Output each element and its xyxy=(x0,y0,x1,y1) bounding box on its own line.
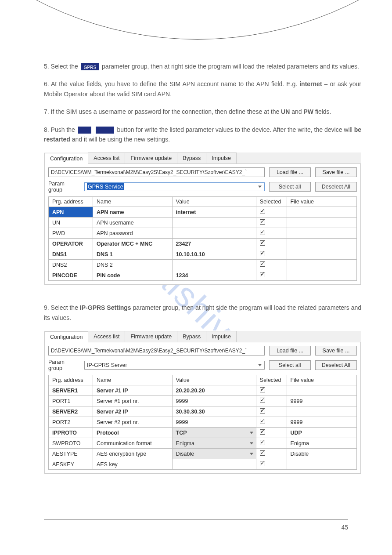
cell-value[interactable]: 9999 xyxy=(172,396,256,406)
param-group-select[interactable]: IP-GPRS Server xyxy=(84,361,265,370)
checkbox[interactable] xyxy=(260,408,265,414)
cell-address[interactable]: DNS1 xyxy=(49,249,93,260)
cell-value[interactable] xyxy=(172,228,256,239)
cell-address[interactable]: OPERATOR xyxy=(49,239,93,249)
tab-configuration[interactable]: Configuration xyxy=(44,153,88,164)
checkbox[interactable] xyxy=(260,251,265,256)
select-all-button[interactable]: Select all xyxy=(269,360,311,370)
table-row[interactable]: AESKEYAES key xyxy=(49,459,357,470)
tab-access-list[interactable]: Access list xyxy=(88,331,125,342)
cell-selected[interactable] xyxy=(256,239,287,249)
checkbox[interactable] xyxy=(260,230,265,235)
tab-bypass[interactable]: Bypass xyxy=(177,152,206,163)
cell-selected[interactable] xyxy=(256,449,287,459)
checkbox[interactable] xyxy=(260,429,265,435)
tab-impulse[interactable]: Impulse xyxy=(206,152,237,163)
cell-address[interactable]: IPPROTO xyxy=(49,428,93,438)
col-prg-address[interactable]: Prg. address xyxy=(49,375,93,385)
col-selected[interactable]: Selected xyxy=(256,375,287,385)
cell-address[interactable]: PWD xyxy=(49,228,93,239)
table-row[interactable]: OPERATOROperator MCC + MNC23427 xyxy=(49,239,357,249)
checkbox[interactable] xyxy=(260,272,265,277)
cell-value[interactable]: 23427 xyxy=(172,239,256,249)
tab-access-list[interactable]: Access list xyxy=(88,152,125,163)
checkbox[interactable] xyxy=(260,261,265,267)
table-row[interactable]: SERVER1Server #1 IP20.20.20.20 xyxy=(49,385,357,396)
table-row[interactable]: SERVER2Server #2 IP30.30.30.30 xyxy=(49,406,357,417)
table-row[interactable]: AESTYPEAES encryption typeDisableDisable xyxy=(49,449,357,459)
table-row[interactable]: APNAPN nameinternet xyxy=(49,207,357,218)
col-name[interactable]: Name xyxy=(93,375,172,385)
load-file-button[interactable]: Load file ... xyxy=(269,167,311,177)
tab-impulse[interactable]: Impulse xyxy=(206,331,237,342)
cell-selected[interactable] xyxy=(256,249,287,260)
cell-value[interactable]: 30.30.30.30 xyxy=(172,406,256,417)
deselect-all-button[interactable]: Deselect All xyxy=(315,182,357,192)
cell-selected[interactable] xyxy=(256,459,287,470)
cell-value[interactable]: Disable xyxy=(172,449,256,459)
cell-address[interactable]: UN xyxy=(49,218,93,228)
col-file-value[interactable]: File value xyxy=(287,197,356,207)
checkbox[interactable] xyxy=(260,398,265,403)
cell-value[interactable]: 20.20.20.20 xyxy=(172,385,256,396)
checkbox[interactable] xyxy=(260,209,265,214)
col-selected[interactable]: Selected xyxy=(256,197,287,207)
tab-bypass[interactable]: Bypass xyxy=(177,331,206,342)
col-value[interactable]: Value xyxy=(172,197,256,207)
table-row[interactable]: PINCODEPIN code1234 xyxy=(49,270,357,281)
cell-address[interactable]: PINCODE xyxy=(49,270,93,281)
param-group-select[interactable]: GPRS Service xyxy=(84,182,265,191)
table-row[interactable]: UNAPN username xyxy=(49,218,357,228)
cell-address[interactable]: SERVER1 xyxy=(49,385,93,396)
cell-selected[interactable] xyxy=(256,218,287,228)
table-row[interactable]: SWPROTOCommunication formatEnigmaEnigma xyxy=(49,438,357,449)
cell-value[interactable]: 9999 xyxy=(172,417,256,428)
table-row[interactable]: DNS2DNS 2 xyxy=(49,260,357,270)
tab-firmware-update[interactable]: Firmware update xyxy=(125,152,177,163)
table-row[interactable]: PWDAPN password xyxy=(49,228,357,239)
cell-selected[interactable] xyxy=(256,406,287,417)
cell-selected[interactable] xyxy=(256,385,287,396)
cell-selected[interactable] xyxy=(256,417,287,428)
cell-value[interactable] xyxy=(172,459,256,470)
col-prg-address[interactable]: Prg. address xyxy=(49,197,93,207)
cell-selected[interactable] xyxy=(256,228,287,239)
tab-firmware-update[interactable]: Firmware update xyxy=(125,331,177,342)
file-path-input[interactable]: D:\DEVICES\WM_Termekvonal\M2M\Easy2S\Eas… xyxy=(48,346,265,355)
save-file-button[interactable]: Save file ... xyxy=(315,167,357,177)
checkbox[interactable] xyxy=(260,419,265,424)
cell-selected[interactable] xyxy=(256,260,287,270)
checkbox[interactable] xyxy=(260,450,265,456)
cell-address[interactable]: PORT2 xyxy=(49,417,93,428)
cell-value[interactable]: 10.10.10.10 xyxy=(172,249,256,260)
deselect-all-button[interactable]: Deselect All xyxy=(315,360,357,370)
tab-configuration[interactable]: Configuration xyxy=(44,331,88,342)
cell-value[interactable] xyxy=(172,260,256,270)
select-all-button[interactable]: Select all xyxy=(269,182,311,192)
col-name[interactable]: Name xyxy=(93,197,172,207)
cell-address[interactable]: AESKEY xyxy=(49,459,93,470)
table-row[interactable]: PORT1Server #1 port nr.99999999 xyxy=(49,396,357,406)
cell-address[interactable]: APN xyxy=(49,207,93,218)
cell-value[interactable]: 1234 xyxy=(172,270,256,281)
cell-selected[interactable] xyxy=(256,207,287,218)
table-row[interactable]: DNS1DNS 110.10.10.10 xyxy=(49,249,357,260)
cell-address[interactable]: DNS2 xyxy=(49,260,93,270)
checkbox[interactable] xyxy=(260,461,265,466)
cell-address[interactable]: SERVER2 xyxy=(49,406,93,417)
cell-selected[interactable] xyxy=(256,270,287,281)
cell-address[interactable]: AESTYPE xyxy=(49,449,93,459)
table-row[interactable]: PORT2Server #2 port nr.99999999 xyxy=(49,417,357,428)
cell-address[interactable]: SWPROTO xyxy=(49,438,93,449)
cell-address[interactable]: PORT1 xyxy=(49,396,93,406)
cell-selected[interactable] xyxy=(256,396,287,406)
cell-value[interactable]: TCP xyxy=(172,428,256,438)
table-row[interactable]: IPPROTOProtocolTCPUDP xyxy=(49,428,357,438)
cell-value[interactable]: internet xyxy=(172,207,256,218)
load-file-button[interactable]: Load file ... xyxy=(269,346,311,355)
file-path-input[interactable]: D:\DEVICES\WM_Termekvonal\M2M\Easy2S\Eas… xyxy=(48,167,265,177)
cell-value[interactable]: Enigma xyxy=(172,438,256,449)
checkbox[interactable] xyxy=(260,240,265,246)
checkbox[interactable] xyxy=(260,440,265,445)
cell-selected[interactable] xyxy=(256,438,287,449)
